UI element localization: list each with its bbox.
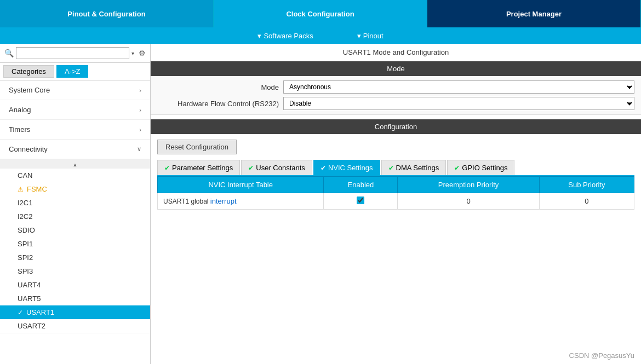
nvic-preemption-priority: 0: [398, 193, 539, 210]
watermark: CSDN @PegasusYu: [569, 351, 634, 360]
sidebar-item-sdio[interactable]: SDIO: [0, 223, 150, 237]
search-icon: 🔍: [4, 49, 14, 57]
sidebar-item-i2c2[interactable]: I2C2: [0, 210, 150, 223]
mode-select[interactable]: Asynchronous: [283, 80, 634, 94]
sidebar-content: System Core › Analog › Timers ›: [0, 80, 150, 364]
configuration-section: Configuration Reset Configuration ✔ Para…: [151, 115, 641, 215]
flow-control-select[interactable]: Disable: [283, 97, 634, 110]
content-area: USART1 Mode and Configuration Mode Mode …: [151, 44, 641, 364]
section-connectivity-header[interactable]: Connectivity ∨: [0, 140, 150, 159]
nvic-interrupt-name: USART1 global interrupt: [158, 193, 324, 210]
col-preemption-priority: Preemption Priority: [398, 177, 539, 193]
mode-header: Mode: [151, 61, 641, 76]
mode-label: Mode: [157, 83, 283, 91]
col-enabled: Enabled: [324, 177, 398, 193]
sidebar-item-uart5[interactable]: UART5: [0, 292, 150, 305]
pinout-nav[interactable]: ▾ Pinout: [357, 32, 384, 40]
second-navigation: ▾ Software Packs ▾ Pinout: [0, 27, 641, 44]
search-input[interactable]: [16, 47, 129, 59]
tab-gpio-settings[interactable]: ✔ GPIO Settings: [447, 160, 514, 175]
check-icon: ✔: [388, 164, 394, 172]
nav-clock-config[interactable]: Clock Configuration: [214, 0, 427, 27]
sidebar-item-usart2[interactable]: USART2: [0, 319, 150, 333]
interrupt-highlight: interrupt: [210, 197, 237, 205]
tab-az[interactable]: A->Z: [56, 65, 89, 78]
table-row: USART1 global interrupt 0 0: [158, 193, 634, 210]
mode-select-wrapper: Asynchronous: [283, 80, 634, 94]
software-packs-nav[interactable]: ▾ Software Packs: [257, 32, 313, 40]
content-title: USART1 Mode and Configuration: [151, 44, 641, 61]
tab-dma-settings[interactable]: ✔ DMA Settings: [381, 160, 447, 175]
check-icon: ✔: [321, 164, 326, 172]
flow-control-select-wrapper: Disable: [283, 97, 634, 110]
nvic-sub-priority: 0: [539, 193, 634, 210]
sidebar-item-usart1[interactable]: ✓ USART1: [0, 305, 150, 319]
scroll-up-indicator: ▲: [0, 159, 150, 169]
section-connectivity: Connectivity ∨ ▲ CAN ⚠ FS: [0, 140, 150, 333]
nvic-enabled-checkbox[interactable]: [357, 197, 364, 204]
tab-nvic-settings[interactable]: ✔ NVIC Settings: [313, 160, 380, 175]
col-nvic-interrupt: NVIC Interrupt Table: [158, 177, 324, 193]
reset-configuration-button[interactable]: Reset Configuration: [157, 140, 237, 154]
gear-icon[interactable]: ⚙: [139, 49, 146, 57]
chevron-down-icon: ▾: [357, 32, 361, 40]
sidebar-item-fsmc[interactable]: ⚠ FSMC: [0, 182, 150, 196]
sidebar-item-spi3[interactable]: SPI3: [0, 264, 150, 278]
chevron-right-icon: ›: [139, 107, 141, 113]
tab-parameter-settings[interactable]: ✔ Parameter Settings: [157, 160, 240, 175]
nvic-table: NVIC Interrupt Table Enabled Preemption …: [157, 176, 634, 210]
col-sub-priority: Sub Priority: [539, 177, 634, 193]
section-timers: Timers ›: [0, 120, 150, 140]
flow-control-label: Hardware Flow Control (RS232): [157, 100, 283, 108]
check-icon: ✔: [248, 164, 254, 172]
configuration-header: Configuration: [151, 119, 641, 134]
mode-section: Mode Mode Asynchronous: [151, 61, 641, 115]
check-icon: ✔: [454, 164, 460, 172]
sidebar-item-spi2[interactable]: SPI2: [0, 251, 150, 264]
main-layout: 🔍 ▾ ⚙ Categories A->Z System Cor: [0, 44, 641, 364]
section-analog-header[interactable]: Analog ›: [0, 100, 150, 119]
nvic-enabled-cell: [324, 193, 398, 210]
dropdown-arrow-icon[interactable]: ▾: [131, 50, 134, 56]
sidebar-item-i2c1[interactable]: I2C1: [0, 196, 150, 210]
mode-body: Mode Asynchronous Hardware Flow Control …: [151, 76, 641, 115]
section-timers-header[interactable]: Timers ›: [0, 120, 150, 139]
chevron-right-icon: ›: [139, 126, 141, 133]
sidebar-item-spi1[interactable]: SPI1: [0, 237, 150, 251]
nvic-table-header-row: NVIC Interrupt Table Enabled Preemption …: [158, 177, 634, 193]
check-icon: ✔: [164, 164, 170, 172]
section-system-core: System Core ›: [0, 80, 150, 100]
warning-icon: ⚠: [18, 186, 24, 193]
nav-project-manager[interactable]: Project Manager: [427, 0, 641, 27]
mode-row-mode: Mode Asynchronous: [157, 80, 634, 94]
section-analog: Analog ›: [0, 100, 150, 120]
chevron-right-icon: ›: [139, 87, 141, 94]
section-system-core-header[interactable]: System Core ›: [0, 80, 150, 100]
check-icon: ✓: [18, 309, 23, 316]
up-arrow-icon: ▲: [73, 162, 78, 167]
chevron-down-icon: ∨: [137, 146, 141, 153]
configuration-tabs: ✔ Parameter Settings ✔ User Constants ✔ …: [157, 160, 634, 176]
tab-categories[interactable]: Categories: [3, 65, 54, 78]
sidebar-search-bar: 🔍 ▾ ⚙: [0, 44, 150, 63]
sidebar: 🔍 ▾ ⚙ Categories A->Z System Cor: [0, 44, 151, 364]
configuration-body: Reset Configuration ✔ Parameter Settings…: [151, 134, 641, 215]
sidebar-item-uart4[interactable]: UART4: [0, 278, 150, 292]
tab-user-constants[interactable]: ✔ User Constants: [241, 160, 312, 175]
mode-row-flow-control: Hardware Flow Control (RS232) Disable: [157, 97, 634, 110]
connectivity-items: CAN ⚠ FSMC I2C1 I2C2 S: [0, 169, 150, 333]
sidebar-tab-bar: Categories A->Z: [0, 63, 150, 80]
chevron-down-icon: ▾: [257, 32, 261, 40]
top-navigation: Pinout & Configuration Clock Configurati…: [0, 0, 641, 27]
nav-pinout-config[interactable]: Pinout & Configuration: [0, 0, 214, 27]
sidebar-item-can[interactable]: CAN: [0, 169, 150, 182]
